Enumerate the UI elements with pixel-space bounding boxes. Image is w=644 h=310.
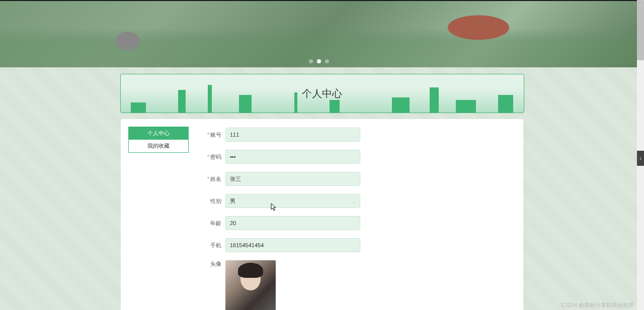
nav-item-label: 个人中心 — [147, 130, 170, 136]
side-collapse-tab[interactable]: ‹ — [637, 151, 644, 166]
chevron-left-icon: ‹ — [639, 156, 641, 161]
password-input[interactable] — [225, 150, 360, 164]
carousel-dot-2[interactable] — [325, 59, 329, 63]
nav-item-profile[interactable]: 个人中心 — [128, 127, 189, 140]
gender-value: 男 — [230, 197, 235, 205]
page-title-panel: 个人中心 — [120, 74, 524, 113]
name-input[interactable] — [225, 172, 360, 186]
gender-label: 性别 — [199, 197, 221, 205]
phone-label: 手机 — [199, 242, 221, 249]
form-row-gender: 性别 男 ⌄ — [199, 194, 516, 208]
form-row-age: 年龄 — [199, 216, 516, 230]
hero-banner — [0, 0, 638, 67]
age-input[interactable] — [225, 216, 360, 230]
page-title: 个人中心 — [302, 87, 342, 100]
form-row-avatar: 头像 — [199, 260, 516, 310]
account-label: *账号 — [199, 131, 221, 139]
profile-form: *账号 *密码 *姓名 性别 男 ⌄ — [199, 127, 516, 310]
phone-input[interactable] — [225, 238, 360, 252]
account-input[interactable] — [225, 128, 360, 142]
avatar-image[interactable] — [225, 260, 276, 310]
age-label: 年龄 — [199, 220, 221, 227]
form-row-name: *姓名 — [199, 172, 516, 186]
name-label: *姓名 — [199, 175, 221, 183]
carousel-dot-0[interactable] — [309, 59, 313, 63]
form-row-phone: 手机 — [199, 238, 516, 252]
carousel-dot-1[interactable] — [317, 59, 321, 63]
sidebar-nav: 个人中心 我的收藏 — [128, 127, 189, 310]
scrollbar-thumb[interactable] — [637, 0, 644, 60]
nav-item-label: 我的收藏 — [147, 143, 170, 149]
main-content: 个人中心 我的收藏 *账号 *密码 *姓名 — [121, 119, 523, 310]
form-row-account: *账号 — [199, 128, 516, 142]
avatar-label: 头像 — [199, 260, 221, 268]
watermark-text: CSDN @基林计算机毕设程序 — [561, 301, 634, 309]
password-label: *密码 — [199, 153, 221, 161]
carousel-dots — [309, 59, 329, 63]
nav-item-favorites[interactable]: 我的收藏 — [128, 140, 189, 153]
chevron-down-icon: ⌄ — [352, 198, 356, 204]
gender-select[interactable]: 男 ⌄ — [225, 194, 360, 208]
form-row-password: *密码 — [199, 150, 516, 164]
